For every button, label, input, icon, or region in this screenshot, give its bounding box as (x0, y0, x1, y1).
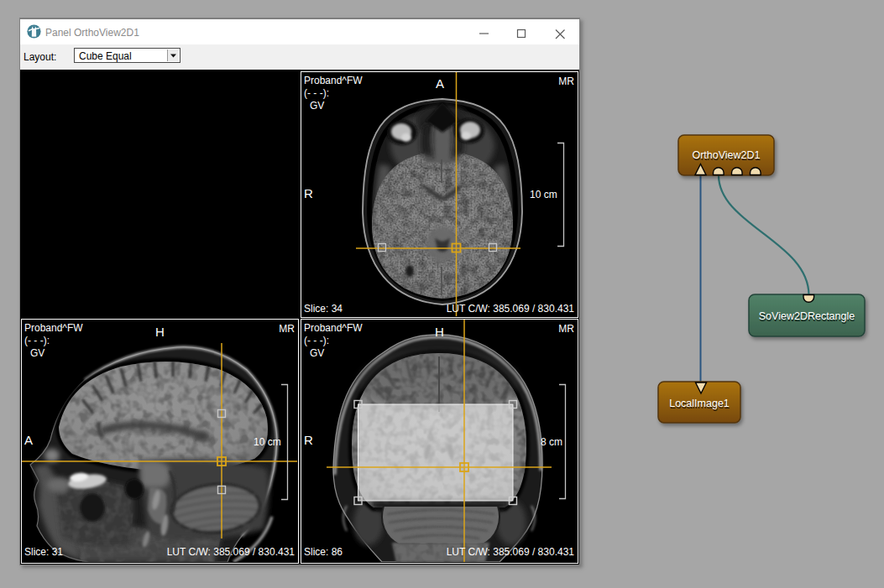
svg-text:R: R (304, 433, 313, 447)
svg-text:Proband^FW: Proband^FW (304, 322, 363, 334)
svg-text:OrthoView2D1: OrthoView2D1 (692, 149, 760, 161)
svg-text:A: A (24, 433, 33, 447)
svg-text:MR: MR (558, 323, 574, 335)
svg-text:8 cm: 8 cm (541, 436, 562, 448)
svg-text:LUT C/W: 385.069 / 830.431: LUT C/W: 385.069 / 830.431 (167, 546, 296, 558)
svg-text:OrthoView2D1: OrthoView2D1 (693, 151, 761, 163)
svg-text:Slice: 86: Slice: 86 (304, 546, 343, 558)
svg-text:H: H (435, 325, 444, 339)
svg-text:GV: GV (310, 100, 324, 112)
svg-text:R: R (304, 186, 313, 200)
svg-text:GV: GV (310, 347, 324, 359)
svg-text:Slice: 34: Slice: 34 (304, 303, 343, 315)
svg-text:LUT C/W: 385.069 / 830.431: LUT C/W: 385.069 / 830.431 (447, 546, 575, 558)
svg-text:LocalImage1: LocalImage1 (670, 399, 730, 411)
svg-text:MR: MR (558, 75, 574, 87)
svg-text:Slice: 31: Slice: 31 (24, 546, 63, 558)
svg-text:Proband^FW: Proband^FW (24, 322, 83, 334)
svg-text:SoView2DRectangle: SoView2DRectangle (759, 310, 855, 322)
svg-text:(- - -):: (- - -): (24, 335, 50, 346)
svg-text:(- - -):: (- - -): (304, 335, 329, 346)
svg-text:(- - -):: (- - -): (304, 87, 329, 99)
svg-text:Proband^FW: Proband^FW (304, 75, 363, 86)
svg-text:H: H (155, 325, 165, 339)
svg-text:SoView2DRectangle: SoView2DRectangle (759, 312, 855, 324)
svg-text:MR: MR (279, 323, 295, 335)
svg-text:LocalImage1: LocalImage1 (669, 398, 730, 409)
svg-text:GV: GV (30, 347, 44, 359)
svg-text:LUT C/W: 385.069 / 830.431: LUT C/W: 385.069 / 830.431 (447, 303, 575, 315)
svg-text:10 cm: 10 cm (530, 189, 557, 200)
svg-text:A: A (436, 76, 444, 91)
svg-text:10 cm: 10 cm (254, 436, 281, 448)
